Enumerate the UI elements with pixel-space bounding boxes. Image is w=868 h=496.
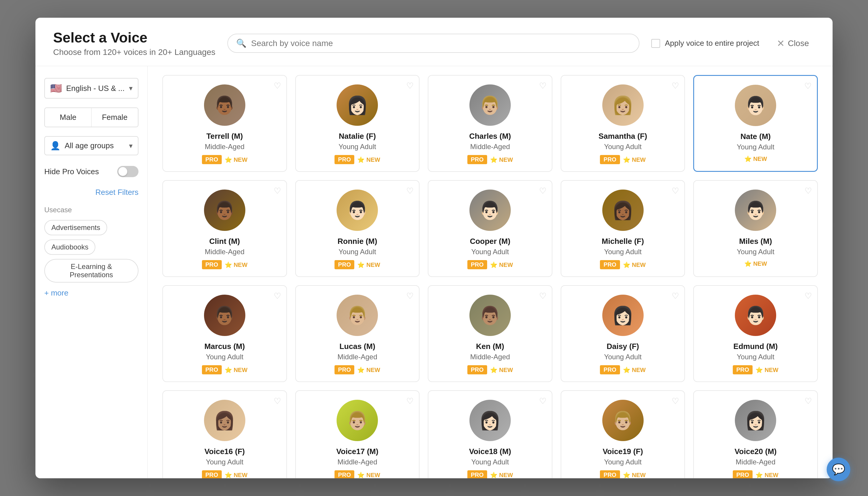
chat-bubble[interactable]: 💬: [827, 458, 850, 481]
gender-male-button[interactable]: Male: [45, 108, 92, 127]
voice-card[interactable]: ♡👩🏻Voice18 (M)Young AdultPRO⭐ NEW: [428, 390, 553, 478]
heart-button[interactable]: ♡: [274, 291, 281, 301]
language-dropdown-arrow: ▾: [129, 84, 133, 92]
voice-age: Young Adult: [339, 248, 376, 256]
heart-button[interactable]: ♡: [406, 186, 414, 196]
heart-button[interactable]: ♡: [539, 396, 546, 406]
voice-name: Voice18 (M): [469, 447, 511, 456]
avatar: 👨🏾: [204, 295, 245, 336]
modal-title: Select a Voice: [53, 30, 216, 46]
heart-button[interactable]: ♡: [274, 186, 281, 196]
heart-button[interactable]: ♡: [539, 81, 546, 91]
avatar: 👨🏾: [204, 84, 245, 126]
voice-age: Young Adult: [737, 248, 774, 256]
voice-card[interactable]: ♡👨🏻Miles (M)Young Adult⭐ NEW: [693, 180, 818, 277]
badge-row: PRO⭐ NEW: [600, 470, 646, 478]
voice-age: Young Adult: [737, 143, 774, 151]
usecase-tag[interactable]: Advertisements: [44, 220, 107, 235]
badge-row: PRO⭐ NEW: [335, 470, 380, 478]
voice-card[interactable]: ♡👨🏻Nate (M)Young Adult⭐ NEW: [693, 75, 818, 172]
voice-card[interactable]: ♡👨🏾Terrell (M)Middle-AgedPRO⭐ NEW: [162, 75, 287, 172]
new-badge: ⭐ NEW: [225, 156, 247, 163]
heart-button[interactable]: ♡: [406, 396, 414, 406]
search-input[interactable]: [251, 39, 631, 48]
voice-card[interactable]: ♡👩🏻Natalie (F)Young AdultPRO⭐ NEW: [295, 75, 420, 172]
voice-age: Middle-Aged: [205, 248, 245, 256]
search-bar[interactable]: 🔍: [227, 34, 640, 53]
pro-badge: PRO: [467, 260, 487, 269]
voice-name: Michelle (F): [602, 237, 644, 246]
voice-grid: ♡👨🏾Terrell (M)Middle-AgedPRO⭐ NEW♡👩🏻Nata…: [162, 75, 818, 478]
new-badge: ⭐ NEW: [357, 471, 380, 479]
gender-female-button[interactable]: Female: [92, 108, 138, 127]
heart-button[interactable]: ♡: [804, 81, 811, 91]
voice-card[interactable]: ♡👩🏻Daisy (F)Young AdultPRO⭐ NEW: [561, 285, 685, 382]
badge-row: PRO⭐ NEW: [202, 260, 248, 269]
usecase-tag[interactable]: E-Learning & Presentations: [44, 259, 138, 282]
heart-button[interactable]: ♡: [805, 396, 812, 406]
voice-card[interactable]: ♡👩🏻Voice20 (M)Middle-AgedPRO⭐ NEW: [693, 390, 818, 478]
voice-card[interactable]: ♡👩🏽Voice16 (F)Young AdultPRO⭐ NEW: [162, 390, 287, 478]
voice-card[interactable]: ♡👨🏽Ken (M)Middle-AgedPRO⭐ NEW: [428, 285, 553, 382]
avatar: 👨🏻: [337, 189, 378, 231]
avatar: 👨🏾: [204, 189, 245, 231]
heart-button[interactable]: ♡: [539, 291, 546, 301]
badge-row: PRO⭐ NEW: [600, 365, 646, 374]
voice-card[interactable]: ♡👨🏼Lucas (M)Middle-AgedPRO⭐ NEW: [295, 285, 420, 382]
new-badge: ⭐ NEW: [357, 261, 380, 268]
apply-voice-checkbox[interactable]: [651, 39, 660, 48]
pro-badge: PRO: [335, 155, 354, 164]
voice-age: Young Adult: [604, 458, 641, 466]
avatar: 👩🏼: [602, 84, 644, 126]
pro-badge: PRO: [202, 365, 222, 374]
voice-name: Edmund (M): [733, 342, 778, 351]
badge-row: PRO⭐ NEW: [600, 155, 646, 164]
voice-age: Young Adult: [604, 143, 641, 151]
voice-card[interactable]: ♡👨🏻Ronnie (M)Young AdultPRO⭐ NEW: [295, 180, 420, 277]
heart-button[interactable]: ♡: [406, 291, 414, 301]
more-usecases-link[interactable]: + more: [44, 289, 68, 297]
voice-card[interactable]: ♡👨🏾Marcus (M)Young AdultPRO⭐ NEW: [162, 285, 287, 382]
close-button[interactable]: ✕ Close: [771, 35, 815, 52]
voice-card[interactable]: ♡👨🏼Voice17 (M)Middle-AgedPRO⭐ NEW: [295, 390, 420, 478]
heart-button[interactable]: ♡: [672, 291, 679, 301]
avatar: 👨🏻: [735, 189, 776, 231]
voice-age: Young Adult: [604, 353, 641, 361]
age-text: All age groups: [65, 141, 125, 150]
hide-pro-toggle[interactable]: [117, 166, 138, 177]
badge-row: PRO⭐ NEW: [335, 365, 380, 374]
language-selector[interactable]: 🇺🇸 English - US & ... ▾: [44, 78, 138, 98]
voice-card[interactable]: ♡👨🏼Voice19 (F)Young AdultPRO⭐ NEW: [561, 390, 685, 478]
badge-row: PRO⭐ NEW: [733, 470, 778, 478]
voice-card[interactable]: ♡👨🏼Charles (M)Middle-AgedPRO⭐ NEW: [428, 75, 553, 172]
heart-button[interactable]: ♡: [805, 291, 812, 301]
voice-card[interactable]: ♡👩🏾Michelle (F)Young AdultPRO⭐ NEW: [561, 180, 685, 277]
voice-card[interactable]: ♡👨🏾Clint (M)Middle-AgedPRO⭐ NEW: [162, 180, 287, 277]
voice-age: Middle-Aged: [470, 353, 510, 361]
badge-row: PRO⭐ NEW: [335, 260, 380, 269]
pro-badge: PRO: [202, 260, 222, 269]
age-group-selector[interactable]: 👤 All age groups ▾: [44, 136, 138, 155]
heart-button[interactable]: ♡: [672, 396, 679, 406]
pro-badge: PRO: [335, 365, 354, 374]
pro-badge: PRO: [202, 155, 222, 164]
heart-button[interactable]: ♡: [406, 81, 414, 91]
heart-button[interactable]: ♡: [539, 186, 546, 196]
voice-age: Young Adult: [471, 248, 509, 256]
new-badge: ⭐ NEW: [357, 367, 380, 373]
heart-button[interactable]: ♡: [805, 186, 812, 196]
heart-button[interactable]: ♡: [672, 81, 679, 91]
reset-filters-link[interactable]: Reset Filters: [44, 188, 138, 197]
voice-card[interactable]: ♡👨🏻Edmund (M)Young AdultPRO⭐ NEW: [693, 285, 818, 382]
voice-card[interactable]: ♡👨🏻Cooper (M)Young AdultPRO⭐ NEW: [428, 180, 553, 277]
heart-button[interactable]: ♡: [274, 396, 281, 406]
voice-age: Middle-Aged: [205, 143, 245, 151]
language-text: English - US & ...: [66, 84, 125, 93]
heart-button[interactable]: ♡: [672, 186, 679, 196]
voice-card[interactable]: ♡👩🏼Samantha (F)Young AdultPRO⭐ NEW: [561, 75, 685, 172]
new-badge: ⭐ NEW: [623, 261, 646, 268]
usecase-tag[interactable]: Audiobooks: [44, 239, 95, 255]
avatar: 👨🏼: [602, 400, 644, 441]
heart-button[interactable]: ♡: [274, 81, 281, 91]
badge-row: ⭐ NEW: [744, 260, 767, 267]
